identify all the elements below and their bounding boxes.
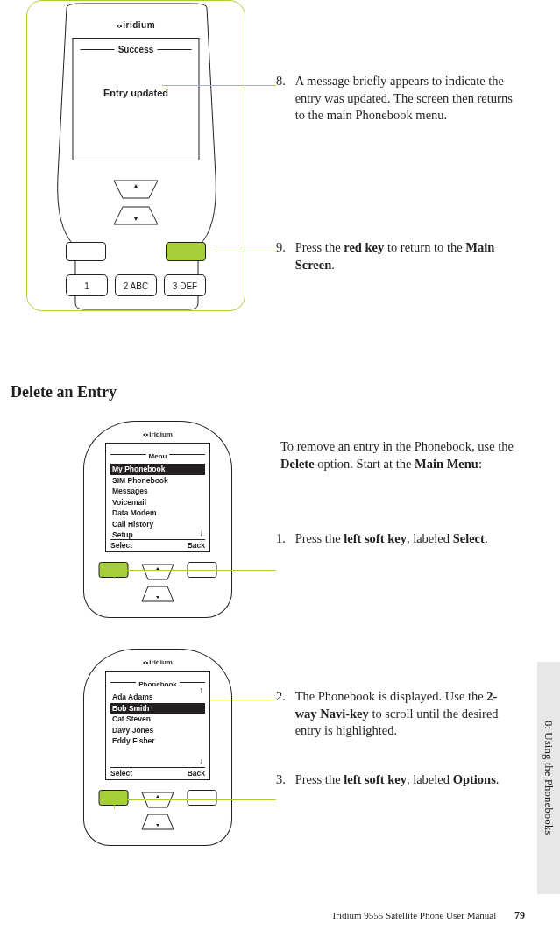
menu-item: SIM Phonebook xyxy=(110,475,205,487)
soft-right-label: Back xyxy=(188,769,205,778)
number-key-row: 1 2 ABC 3 DEF xyxy=(66,274,206,296)
brand-label: iridium xyxy=(117,20,155,30)
scroll-down-icon: ↓ xyxy=(200,757,204,765)
connector-line xyxy=(114,799,115,808)
key-3: 3 DEF xyxy=(164,274,206,296)
connector-line xyxy=(162,85,276,86)
menu-item: My Phonebook xyxy=(110,464,205,475)
softkey-labels: Select Back xyxy=(110,767,205,778)
list-item: Davy Jones xyxy=(110,725,205,736)
softkey-labels: Select Back xyxy=(110,539,205,550)
list-item: Bob Smith xyxy=(110,703,205,714)
menu-list: My Phonebook SIM Phonebook Messages Voic… xyxy=(106,464,209,541)
brand-label: iridium xyxy=(143,430,173,438)
soft-right-label: Back xyxy=(188,541,205,550)
navi-key xyxy=(105,176,167,229)
menu-item: Messages xyxy=(110,486,205,497)
scroll-up-icon: ↑ xyxy=(200,686,204,694)
phone-illustration-large: iridium Success Entry updated 1 2 ABC 3 … xyxy=(26,0,245,311)
list-item: Cat Steven xyxy=(110,714,205,725)
phone-screen: Phonebook Ada Adams Bob Smith Cat Steven… xyxy=(105,671,210,780)
svg-marker-0 xyxy=(114,181,158,198)
svg-marker-9 xyxy=(142,814,174,829)
phone-illustration-menu: iridium Menu My Phonebook SIM Phonebook … xyxy=(83,421,232,618)
screen-title: Menu xyxy=(146,452,170,460)
svg-marker-1 xyxy=(114,207,158,224)
connector-line xyxy=(210,700,276,700)
brand-label: iridium xyxy=(143,658,173,666)
svg-marker-5 xyxy=(142,586,174,601)
key-1: 1 xyxy=(66,274,108,296)
softkey-row xyxy=(66,242,206,261)
svg-marker-4 xyxy=(142,565,174,579)
screen-title: Phonebook xyxy=(136,680,180,688)
phone-screen: Menu My Phonebook SIM Phonebook Messages… xyxy=(105,443,210,552)
footer-text: Iridium 9555 Satellite Phone User Manual xyxy=(333,910,497,920)
navi-key xyxy=(137,562,179,606)
connector-line xyxy=(114,570,115,579)
connector-line xyxy=(114,570,276,571)
connector-line xyxy=(215,252,276,252)
menu-item: Data Modem xyxy=(110,508,205,519)
scroll-down-icon: ↓ xyxy=(200,529,204,537)
left-softkey xyxy=(66,242,106,261)
section-heading: Delete an Entry xyxy=(11,383,117,401)
screen-title-wrap: Success xyxy=(74,44,199,54)
step-2: 2. The Phonebook is displayed. Use the 2… xyxy=(276,688,521,740)
screen-message: Entry updated xyxy=(74,88,199,98)
intro-text: To remove an entry in the Phonebook, use… xyxy=(280,438,526,473)
navi-key xyxy=(137,790,179,834)
list-item: Ada Adams xyxy=(110,692,205,703)
right-softkey xyxy=(188,790,217,806)
step-9: 9. Press the red key to return to the Ma… xyxy=(276,239,526,274)
phone-illustration-phonebook: iridium Phonebook Ada Adams Bob Smith Ca… xyxy=(83,649,232,846)
right-softkey-red xyxy=(166,242,206,261)
list-item: Eddy Fisher xyxy=(110,735,205,747)
screen-title: Success xyxy=(115,45,158,54)
soft-left-label: Select xyxy=(110,769,132,778)
key-2: 2 ABC xyxy=(115,274,157,296)
step-8: 8. A message briefly appears to indicate… xyxy=(276,73,521,124)
menu-item: Voicemail xyxy=(110,497,205,508)
phone-screen: Success Entry updated xyxy=(73,38,200,160)
side-tab: 8: Using the Phonebooks xyxy=(537,662,560,894)
connector-line xyxy=(114,799,276,800)
footer: Iridium 9555 Satellite Phone User Manual… xyxy=(333,909,525,922)
contact-list: Ada Adams Bob Smith Cat Steven Davy Jone… xyxy=(106,692,209,747)
step-3: 3. Press the left soft key, labeled Opti… xyxy=(276,771,521,789)
step-1: 1. Press the left soft key, labeled Sele… xyxy=(276,530,521,548)
soft-left-label: Select xyxy=(110,541,132,550)
page-number: 79 xyxy=(514,909,525,921)
page: iridium Success Entry updated 1 2 ABC 3 … xyxy=(0,0,560,938)
menu-item: Call History xyxy=(110,519,205,530)
